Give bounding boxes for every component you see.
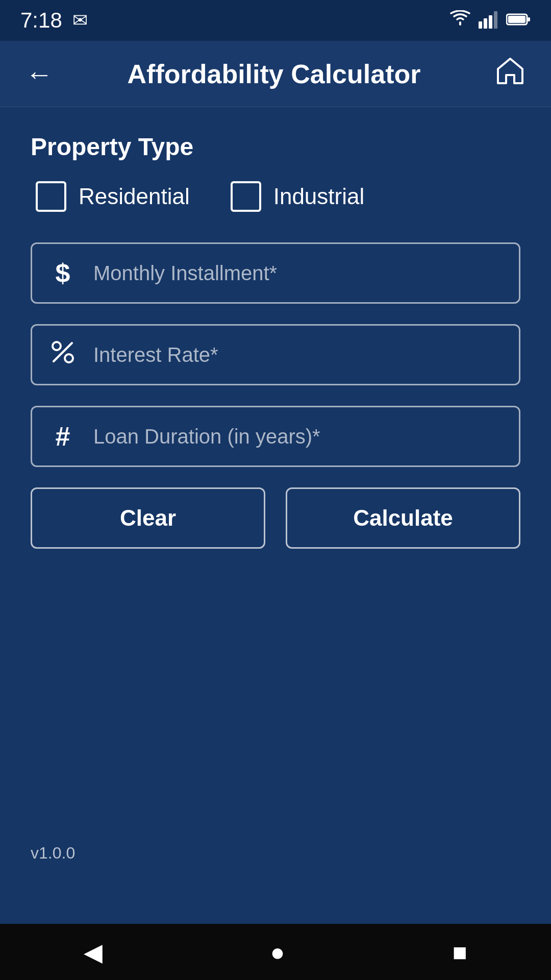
app-title: Affordability Calculator xyxy=(53,59,495,89)
industrial-checkbox[interactable] xyxy=(231,181,261,212)
dollar-icon: $ xyxy=(47,258,78,288)
monthly-installment-placeholder: Monthly Installment* xyxy=(93,262,277,285)
status-left: 7:18 ✉ xyxy=(20,8,88,33)
button-row: Clear Calculate xyxy=(31,487,520,549)
svg-rect-3 xyxy=(494,11,497,29)
industrial-option[interactable]: Industrial xyxy=(231,181,365,212)
industrial-label: Industrial xyxy=(273,184,365,209)
svg-rect-2 xyxy=(489,15,492,29)
residential-checkbox[interactable] xyxy=(36,181,66,212)
property-type-section: Property Type Residential Industrial xyxy=(31,133,520,212)
main-content: Property Type Residential Industrial $ M… xyxy=(0,107,551,924)
property-type-title: Property Type xyxy=(31,133,520,161)
nav-home-button[interactable]: ● xyxy=(270,938,285,966)
battery-icon xyxy=(506,12,531,29)
residential-option[interactable]: Residential xyxy=(36,181,190,212)
svg-rect-0 xyxy=(479,21,482,29)
nav-recent-button[interactable]: ■ xyxy=(453,938,467,966)
nav-bar: ◀ ● ■ xyxy=(0,924,551,980)
version-text: v1.0.0 xyxy=(31,844,75,863)
property-type-options: Residential Industrial xyxy=(31,181,520,212)
percent-icon xyxy=(47,339,78,371)
home-button[interactable] xyxy=(495,57,525,91)
interest-rate-field[interactable]: Interest Rate* xyxy=(31,324,520,385)
nav-back-button[interactable]: ◀ xyxy=(84,938,103,966)
svg-line-9 xyxy=(54,343,72,361)
content-wrapper: Property Type Residential Industrial $ M… xyxy=(31,133,520,549)
calculate-button[interactable]: Calculate xyxy=(286,487,520,549)
svg-point-7 xyxy=(53,342,61,350)
back-button[interactable]: ← xyxy=(26,58,53,90)
svg-rect-6 xyxy=(528,17,530,21)
svg-point-8 xyxy=(65,354,73,362)
signal-icon xyxy=(479,10,498,31)
hash-icon: # xyxy=(47,421,78,452)
clear-button[interactable]: Clear xyxy=(31,487,265,549)
loan-duration-placeholder: Loan Duration (in years)* xyxy=(93,425,320,448)
mail-icon: ✉ xyxy=(72,10,88,31)
svg-rect-5 xyxy=(508,16,525,23)
interest-rate-placeholder: Interest Rate* xyxy=(93,344,218,366)
loan-duration-field[interactable]: # Loan Duration (in years)* xyxy=(31,406,520,467)
status-right xyxy=(450,10,531,31)
wifi-icon xyxy=(450,10,470,31)
residential-label: Residential xyxy=(79,184,190,209)
svg-rect-1 xyxy=(484,18,487,29)
app-bar: ← Affordability Calculator xyxy=(0,41,551,107)
status-bar: 7:18 ✉ xyxy=(0,0,551,41)
status-time: 7:18 xyxy=(20,8,62,33)
monthly-installment-field[interactable]: $ Monthly Installment* xyxy=(31,242,520,304)
